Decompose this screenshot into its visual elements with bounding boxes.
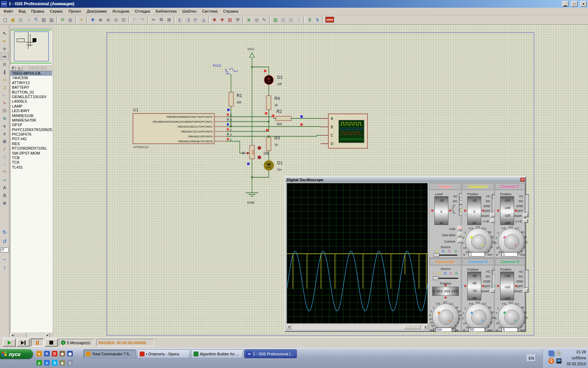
netlist-to-ares-button[interactable]: ARES bbox=[326, 17, 334, 22]
wire-autorouter-icon[interactable]: ≷ bbox=[245, 16, 252, 23]
channel_c-invert-button[interactable] bbox=[523, 213, 528, 217]
copy-icon[interactable]: ⧉ bbox=[158, 16, 165, 23]
step-button[interactable] bbox=[17, 339, 30, 347]
selection-pointer-icon[interactable]: ↖ bbox=[1, 30, 8, 37]
horizontal-position-slider[interactable]: 0 460 450 440 bbox=[432, 287, 459, 296]
bill-of-materials-icon[interactable]: $ bbox=[306, 16, 313, 23]
cut-icon[interactable]: ✂ bbox=[150, 16, 157, 23]
mark-output-area-icon[interactable]: ▥ bbox=[48, 16, 55, 23]
devices-list[interactable]: 7SEG-MPX4-CA74HC595ATTINY13BATTERYBUTTON… bbox=[10, 71, 52, 332]
channel_b-position-slider[interactable]: -90-80-70-60 bbox=[467, 272, 481, 300]
device-item-LAMP[interactable]: LAMP bbox=[10, 104, 52, 109]
component-u1-attiny13[interactable]: U1 ATTINY13 5PB0/MOSI/AIN0/OC0A/TXD/PCIN… bbox=[133, 108, 232, 149]
decompose-icon[interactable]: ⚒ bbox=[234, 16, 241, 23]
toggle-grid-icon[interactable]: ▦ bbox=[67, 16, 74, 23]
opera-icon[interactable]: O bbox=[52, 351, 57, 356]
skype-icon[interactable]: S bbox=[52, 360, 57, 366]
device-item-POT-HG[interactable]: POT-HG bbox=[10, 137, 52, 141]
menu-Сервис[interactable]: Сервис bbox=[47, 8, 66, 14]
2d-symbol-icon[interactable]: S bbox=[1, 192, 8, 199]
device-item-74HC595[interactable]: 74HC595 bbox=[10, 76, 52, 80]
volume-icon[interactable]: ♪ bbox=[556, 350, 562, 356]
task-isis[interactable]: IS1 - ISIS Professional (... bbox=[244, 349, 297, 358]
menu-Вид[interactable]: Вид bbox=[16, 8, 28, 14]
device-item-SW-DPST-MOM[interactable]: SW-DPST-MOM bbox=[10, 151, 52, 156]
current-probe-icon[interactable]: ∧ bbox=[1, 130, 8, 137]
device-item-MINRES470R[interactable]: MINRES470R bbox=[10, 118, 52, 123]
pause-button[interactable] bbox=[31, 339, 44, 347]
gnd-terminal[interactable]: GND bbox=[246, 193, 258, 204]
language-indicator[interactable]: EN bbox=[527, 355, 536, 362]
vcc-terminal[interactable]: VCC bbox=[247, 47, 254, 57]
display-icon[interactable] bbox=[556, 358, 562, 364]
import-section-icon[interactable]: ⇲ bbox=[25, 16, 32, 23]
remove-sheet-icon[interactable]: ▤ bbox=[287, 16, 294, 23]
2d-arc-icon[interactable]: ◠ bbox=[1, 169, 8, 176]
redraw-icon[interactable]: ⟳ bbox=[59, 16, 66, 23]
device-item-PHYC1206X7R100N25[interactable]: PHYC1206X7R100N25 bbox=[10, 128, 52, 132]
electrical-check-icon[interactable]: ↯ bbox=[314, 16, 321, 23]
menu-Диаграмма[interactable]: Диаграмма bbox=[84, 8, 110, 14]
browser-globe-icon[interactable]: ◍ bbox=[59, 351, 65, 356]
messenger-icon[interactable]: ♟ bbox=[59, 360, 65, 366]
zoom-out-icon[interactable]: ⊖ bbox=[105, 16, 112, 23]
design-explorer-icon[interactable]: ▥ bbox=[272, 16, 279, 23]
export-section-icon[interactable]: ⇱ bbox=[33, 16, 40, 23]
block-delete-icon[interactable]: ◪ bbox=[200, 16, 207, 23]
menu-Файл[interactable]: Файл bbox=[1, 8, 16, 14]
position-adjust-arrow-icon[interactable]: ↕ bbox=[427, 207, 430, 213]
graph-mode-icon[interactable]: ∿ bbox=[1, 99, 8, 106]
device-item-LED-BIRY[interactable]: LED-BIRY bbox=[10, 109, 52, 113]
oscilloscope-title-bar[interactable]: Digital Oscilloscope bbox=[285, 177, 525, 182]
stop-button[interactable] bbox=[45, 339, 58, 347]
task-total-commander[interactable]: Total Commander 7.5... bbox=[83, 349, 136, 358]
redo-icon[interactable]: ↷ bbox=[139, 16, 146, 23]
device-item-MINRES10K[interactable]: MINRES10K bbox=[10, 114, 52, 118]
pick-devices-button[interactable]: P bbox=[10, 66, 16, 71]
2d-path-icon[interactable]: ∞ bbox=[1, 176, 8, 183]
minimize-button[interactable]: ▁ bbox=[562, 1, 568, 7]
device-item-PIC16F676[interactable]: PIC16F676 bbox=[10, 132, 52, 137]
mirror-horizontal-icon[interactable]: ↔ bbox=[1, 255, 8, 262]
2d-text-icon[interactable]: A bbox=[1, 184, 8, 191]
menu-Правка[interactable]: Правка bbox=[28, 8, 47, 14]
zoom-in-icon[interactable]: ⊕ bbox=[97, 16, 104, 23]
subcircuit-icon[interactable]: ▭ bbox=[1, 76, 8, 83]
channel_c-scale-value[interactable]: 1 bbox=[502, 252, 518, 257]
device-item-7SEG-MPX4-CA[interactable]: 7SEG-MPX4-CA bbox=[10, 71, 52, 76]
scroll-left-icon[interactable]: ◄ bbox=[287, 325, 291, 329]
position-adjust-arrow-icon[interactable]: ↕ bbox=[493, 282, 496, 288]
device-item-BUTTON_01[interactable]: BUTTON_01 bbox=[10, 90, 52, 95]
menu-Справка[interactable]: Справка bbox=[220, 8, 241, 14]
new-sheet-icon[interactable]: ▤ bbox=[280, 16, 287, 23]
2d-box-icon[interactable]: □ bbox=[1, 153, 8, 160]
rotation-angle-field[interactable]: 0° bbox=[1, 247, 9, 252]
menu-Исходник[interactable]: Исходник bbox=[110, 8, 132, 14]
component-r2[interactable]: R2 300 bbox=[276, 109, 291, 126]
wire-label-icon[interactable]: LBL bbox=[1, 53, 8, 60]
generator-icon[interactable]: ⊚ bbox=[1, 115, 8, 122]
rotate-clockwise-icon[interactable]: ↻ bbox=[1, 229, 8, 236]
overview-pane[interactable] bbox=[10, 29, 52, 65]
task-opera[interactable]: • Ответить - Opera bbox=[137, 349, 190, 358]
device-item-GENELECT10U16V[interactable]: GENELECT10U16V bbox=[10, 95, 52, 99]
device-pin-icon[interactable]: ⊢ bbox=[1, 91, 8, 98]
component-d2-led[interactable]: D2 Off bbox=[264, 75, 283, 86]
channel_d-invert-button[interactable] bbox=[523, 288, 528, 293]
voltage-probe-r1[interactable]: R1(1) bbox=[213, 63, 238, 75]
block-copy-icon[interactable]: ◧ bbox=[177, 16, 184, 23]
phone-icon[interactable]: ▯ bbox=[67, 360, 73, 366]
search-tag-icon[interactable]: ◎ bbox=[253, 16, 260, 23]
kmplayer-icon[interactable]: K bbox=[44, 351, 50, 356]
channel_c-sum-button[interactable] bbox=[523, 219, 528, 223]
buses-icon[interactable]: ∦ bbox=[1, 68, 8, 75]
device-item-BATTERY[interactable]: BATTERY bbox=[10, 85, 52, 90]
component-r3[interactable]: R3 1k bbox=[266, 136, 280, 151]
menu-Система[interactable]: Система bbox=[199, 8, 220, 14]
antivirus-icon[interactable]: Q bbox=[548, 358, 554, 364]
start-button[interactable]: пуск bbox=[0, 349, 33, 359]
channel_b-scale-value[interactable]: 50 bbox=[469, 327, 485, 332]
print-icon[interactable]: ▤ bbox=[40, 16, 47, 23]
position-adjust-arrow-icon[interactable]: ↕ bbox=[460, 282, 463, 288]
menu-Проект[interactable]: Проект bbox=[66, 8, 84, 14]
